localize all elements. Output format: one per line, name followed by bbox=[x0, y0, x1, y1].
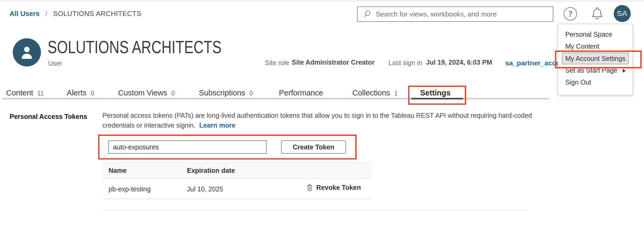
tab-subscriptions[interactable]: Subscriptions0 bbox=[199, 89, 253, 97]
token-name-input[interactable] bbox=[108, 140, 267, 154]
pat-description: Personal access tokens (PATs) are long-l… bbox=[102, 111, 532, 130]
tab-count: 0 bbox=[91, 90, 94, 97]
username-link[interactable]: sa_partner_accou bbox=[505, 59, 564, 67]
revoke-token-button[interactable]: Revoke Token bbox=[306, 184, 361, 191]
learn-more-link[interactable]: Learn more bbox=[199, 122, 235, 129]
tab-settings[interactable]: Settings bbox=[420, 89, 450, 97]
breadcrumb-current: SOLUTIONS ARCHITECTS bbox=[53, 10, 141, 18]
page-title: SOLUTIONS ARCHITECTS bbox=[48, 37, 221, 57]
avatar-initials: SA bbox=[617, 9, 627, 18]
tab-count: 1 bbox=[394, 90, 398, 97]
token-table: Name Expiration date pb-exp-testing Jul … bbox=[102, 162, 371, 199]
site-role-label: Site role bbox=[265, 59, 289, 67]
search-icon bbox=[363, 10, 371, 18]
breadcrumb: All Users / SOLUTIONS ARCHITECTS bbox=[10, 10, 141, 18]
tab-count: 0 bbox=[172, 90, 175, 97]
settings-tab-underline bbox=[411, 98, 463, 99]
help-button[interactable]: ? bbox=[564, 7, 577, 20]
notifications-button[interactable] bbox=[590, 7, 604, 20]
section-divider bbox=[102, 210, 527, 210]
breadcrumb-separator: / bbox=[45, 10, 47, 18]
menu-item-personal-space[interactable]: Personal Space bbox=[558, 28, 633, 40]
column-header-name: Name bbox=[108, 167, 127, 174]
menu-item-sign-out[interactable]: Sign Out bbox=[558, 76, 633, 88]
tab-count: 0 bbox=[249, 90, 253, 97]
tab-performance[interactable]: Performance bbox=[279, 89, 323, 97]
tab-content[interactable]: Content11 bbox=[6, 89, 44, 97]
trash-icon bbox=[306, 184, 313, 191]
token-table-header: Name Expiration date bbox=[102, 162, 371, 179]
menu-item-my-account-settings[interactable]: My Account Settings bbox=[558, 52, 633, 64]
bell-icon bbox=[590, 7, 604, 20]
submenu-arrow-icon bbox=[623, 69, 626, 73]
create-token-button[interactable]: Create Token bbox=[281, 140, 346, 154]
profile-avatar bbox=[13, 38, 41, 66]
search-input[interactable] bbox=[375, 10, 547, 19]
column-header-expiration: Expiration date bbox=[187, 167, 235, 174]
tableau-user-settings-page: All Users / SOLUTIONS ARCHITECTS ? SA Pe… bbox=[0, 0, 644, 226]
menu-item-my-content[interactable]: My Content bbox=[558, 40, 633, 52]
tab-count: 11 bbox=[37, 90, 44, 97]
account-menu: Personal Space My Content My Account Set… bbox=[558, 24, 633, 95]
user-subtitle: User bbox=[48, 60, 62, 67]
menu-item-set-as-start-page[interactable]: Set as Start Page bbox=[558, 64, 633, 76]
tab-alerts[interactable]: Alerts0 bbox=[67, 89, 94, 97]
token-table-row: pb-exp-testing Jul 10, 2025 Revoke Token bbox=[102, 179, 371, 199]
tabs-track bbox=[2, 98, 549, 99]
token-expiration-cell: Jul 10, 2025 bbox=[187, 185, 223, 193]
tab-custom-views[interactable]: Custom Views0 bbox=[118, 89, 175, 97]
token-name-cell: pb-exp-testing bbox=[108, 185, 150, 193]
revoke-token-label: Revoke Token bbox=[316, 184, 361, 191]
site-role-value: Site Administrator Creator bbox=[292, 58, 375, 66]
last-sign-in-label: Last sign in bbox=[388, 59, 422, 67]
account-avatar-button[interactable]: SA bbox=[614, 5, 631, 22]
pat-description-line2: credentials or interactive signin. bbox=[102, 122, 195, 129]
person-icon bbox=[18, 44, 35, 61]
pat-section-heading: Personal Access Tokens bbox=[10, 113, 87, 120]
question-mark-icon: ? bbox=[568, 9, 572, 19]
window-top-strip bbox=[0, 0, 644, 2]
last-sign-in-value: Jul 19, 2024, 6:03 PM bbox=[426, 58, 492, 66]
breadcrumb-all-users-link[interactable]: All Users bbox=[10, 10, 40, 18]
pat-description-line1: Personal access tokens (PATs) are long-l… bbox=[102, 111, 532, 120]
tab-collections[interactable]: Collections1 bbox=[352, 89, 398, 97]
global-search[interactable] bbox=[357, 6, 553, 22]
